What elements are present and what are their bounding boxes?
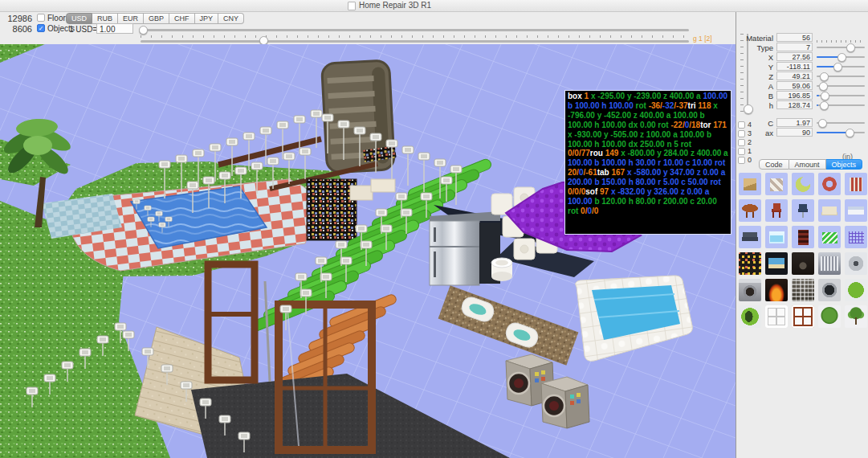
panel-text: 97 <box>600 187 609 196</box>
tab-objects[interactable]: Objects <box>826 159 863 170</box>
panel-text: rou <box>590 149 605 157</box>
thumb-bed[interactable] <box>845 199 867 222</box>
panel-text: tri <box>688 101 699 110</box>
thumb-sofa[interactable] <box>818 199 841 222</box>
property-slider[interactable] <box>817 52 865 61</box>
thumb-vending-bottles[interactable] <box>739 252 761 275</box>
thumb-checkered-triangle[interactable] <box>765 173 788 195</box>
thumb-purple-grid[interactable] <box>845 226 867 248</box>
property-value-field[interactable]: 1.97 <box>776 118 813 127</box>
thumb-burner[interactable] <box>818 279 841 301</box>
property-slider[interactable] <box>817 43 865 51</box>
panel-text: rot <box>681 140 691 149</box>
property-slider[interactable] <box>817 91 865 100</box>
property-label: Y <box>736 63 773 72</box>
white-cylinder[interactable] <box>491 258 512 281</box>
sta-slider-track[interactable] <box>141 40 689 43</box>
panel-text: x -930.00 y -505.00 z 100.00 a <box>568 130 680 139</box>
property-value-field[interactable]: 196.85 <box>776 91 813 100</box>
panel-text: /18 <box>689 121 700 129</box>
panel-text: 20/ <box>568 168 579 177</box>
counter-box-2[interactable] <box>371 179 395 192</box>
layer-checkbox-2[interactable] <box>738 139 745 146</box>
property-value-field[interactable]: -118.11 <box>776 62 813 71</box>
property-value-field[interactable]: 90 <box>776 128 813 137</box>
thumb-round-table[interactable] <box>739 199 761 222</box>
property-slider[interactable] <box>817 62 865 71</box>
property-row-b: B196.85 <box>736 91 868 100</box>
thumb-round-sink[interactable] <box>845 252 867 275</box>
thumb-brown-window[interactable] <box>792 305 814 328</box>
thumb-dark-sofa[interactable] <box>739 226 761 248</box>
rate-input[interactable]: 1.00 <box>96 23 133 34</box>
counter-box[interactable] <box>350 186 373 200</box>
layer-label: 1 <box>748 147 752 155</box>
currency-eur[interactable]: EUR <box>118 13 144 24</box>
g-slider-track[interactable] <box>141 29 689 31</box>
currency-cny[interactable]: CNY <box>218 13 244 24</box>
thumb-palm-tree-thumb[interactable] <box>845 305 867 328</box>
property-slider[interactable] <box>817 128 865 137</box>
thumb-bookshelf[interactable] <box>845 173 867 195</box>
thumb-red-torus[interactable] <box>818 173 841 195</box>
tab-code[interactable]: Code <box>759 159 789 170</box>
property-row-x: X27.56 <box>736 52 868 61</box>
property-slider[interactable] <box>817 100 865 109</box>
thumb-tv-screen[interactable] <box>765 252 788 275</box>
property-label: X <box>736 53 773 62</box>
property-slider[interactable] <box>817 118 865 127</box>
property-value-field[interactable]: 7 <box>776 43 813 51</box>
thumb-washing-machine[interactable] <box>739 279 761 301</box>
tab-amount[interactable]: Amount <box>789 159 826 170</box>
currency-chf[interactable]: CHF <box>169 13 195 24</box>
panel-text: tab <box>597 168 612 177</box>
g-slider-thumb[interactable] <box>139 26 148 35</box>
washer-cube-2[interactable] <box>541 377 589 428</box>
panel-text: -22/ <box>670 121 684 129</box>
currency-usd[interactable]: USD <box>66 13 92 24</box>
layer-checkbox-4[interactable] <box>738 121 745 129</box>
property-value-field[interactable]: 128.74 <box>776 100 813 109</box>
thumb-white-window[interactable] <box>765 305 788 328</box>
layer-checkbox-0[interactable] <box>738 157 745 164</box>
thumb-aquarium[interactable] <box>765 226 788 248</box>
floors-checkbox[interactable] <box>37 14 45 22</box>
layer-checkbox-1[interactable] <box>738 148 745 155</box>
thumb-green-switch[interactable] <box>845 279 867 301</box>
thumb-bush-tree[interactable] <box>818 305 841 328</box>
thumb-chair[interactable] <box>765 199 788 222</box>
layer-label: 4 <box>748 121 752 129</box>
panel-text: box <box>568 92 585 100</box>
thumb-dark-interior[interactable] <box>792 252 814 275</box>
panel-text: tor <box>700 121 713 129</box>
layer-checkbox-3[interactable] <box>738 130 745 137</box>
object-info-panel: box 1 x -295.00 y -239.00 z 400.00 a 100… <box>564 90 731 235</box>
currency-jpy[interactable]: JPY <box>195 13 219 24</box>
property-value-field[interactable]: 27.56 <box>776 52 813 61</box>
thumb-fireplace[interactable] <box>765 279 788 301</box>
property-value-field[interactable]: 49.21 <box>776 72 813 80</box>
thumb-lattice-door[interactable] <box>792 226 814 248</box>
thumb-metal-cage[interactable] <box>792 279 814 301</box>
mosaic-tower[interactable] <box>307 179 357 240</box>
panel-text: /0 <box>592 207 598 215</box>
thumb-green-socket[interactable] <box>739 305 761 328</box>
thumb-office-chair[interactable] <box>792 199 814 222</box>
property-value-field[interactable]: 56 <box>776 33 813 42</box>
property-row-a: A59.06 <box>736 81 868 90</box>
property-slider[interactable] <box>817 81 865 90</box>
property-row-ax: ax90 <box>736 128 868 137</box>
property-slider[interactable] <box>817 72 865 80</box>
property-value-field[interactable]: 59.06 <box>776 81 813 90</box>
thumb-dish-rack[interactable] <box>818 252 841 275</box>
thumb-green-stairs[interactable] <box>818 226 841 248</box>
currency-gbp[interactable]: GBP <box>144 13 169 24</box>
scene-viewport[interactable]: box 1 x -295.00 y -239.00 z 400.00 a 100… <box>0 44 736 458</box>
properties-sidebar: Material56Type7X27.56Y-118.11Z49.21A59.0… <box>736 12 868 458</box>
panel-text: -32 <box>662 101 674 110</box>
property-row-z: Z49.21 <box>736 72 868 80</box>
thumb-green-croissant[interactable] <box>792 173 814 195</box>
currency-rub[interactable]: RUB <box>92 13 118 24</box>
thumb-wood-box[interactable] <box>739 173 761 195</box>
objects-checkbox[interactable]: ✓ <box>37 24 45 32</box>
